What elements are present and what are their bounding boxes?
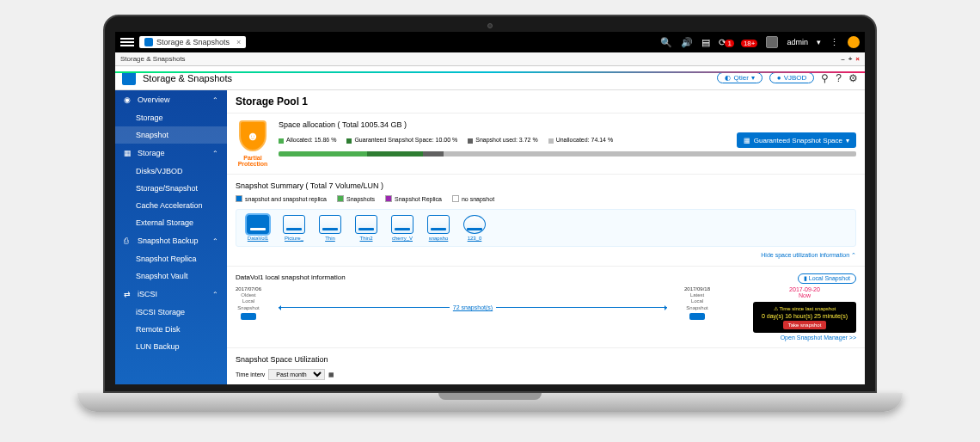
protection-status: ☻ Partial Protection [236, 120, 270, 167]
allocation-segment [279, 151, 367, 157]
sidebar-section-backup[interactable]: ⎙Snapshot Backup⌃ [115, 231, 227, 250]
sidebar-item-snapshot[interactable]: Snapshot [115, 126, 227, 144]
allocation-segment [423, 151, 444, 157]
window-pathbar: Storage & Snapshots – + × [115, 52, 865, 66]
app-tab-label: Storage & Snapshots [156, 38, 230, 46]
allocation-segment [367, 151, 423, 157]
app-titlebar: Storage & Snapshots ◐ Qtier ▾ ● VJBOD ⚲ … [115, 66, 865, 90]
chevron-up-icon: ⌃ [212, 291, 218, 298]
user-avatar-icon[interactable] [766, 36, 778, 48]
sidebar-section-storage[interactable]: ▦Storage⌃ [115, 144, 227, 163]
sidebar-item-disks[interactable]: Disks/VJBOD [115, 163, 227, 180]
volume-item[interactable]: 123_0 [458, 215, 491, 241]
volume-icon [391, 215, 413, 234]
volume-icon[interactable]: 🔊 [681, 37, 693, 48]
sidebar-item-remote-disk[interactable]: Remote Disk [115, 321, 227, 338]
sidebar-item-vault[interactable]: Snapshot Vault [115, 267, 227, 285]
open-snapshot-manager-link[interactable]: Open Snapshot Manager >> [753, 335, 856, 341]
legend-item: Guaranteed Snapshot Space: 10.00 % [346, 137, 457, 143]
summary-title: Snapshot Summary ( Total 7 Volume/LUN ) [236, 181, 856, 190]
volume-icon [247, 215, 269, 234]
sidebar-section-overview[interactable]: ◉Overview⌃ [115, 90, 227, 109]
camera-dot [487, 23, 493, 28]
search-icon[interactable]: 🔍 [660, 37, 672, 48]
interval-label: Time interv [236, 371, 265, 378]
overview-icon: ◉ [124, 95, 132, 104]
volume-item[interactable]: cherry_V [386, 215, 419, 241]
snapshot-timeline: 2017/07/06 Oldest Local Snapshot 72 snap… [236, 286, 856, 341]
sidebar-item-lun-backup[interactable]: LUN Backup [115, 338, 227, 355]
chevron-down-icon[interactable]: ▾ [817, 38, 821, 46]
minimize-button[interactable]: – [841, 55, 844, 63]
allocation-legend: Allocated: 15.86 %Guaranteed Snapshot Sp… [279, 132, 856, 148]
laptop-base [77, 393, 903, 412]
sidebar-item-cache[interactable]: Cache Acceleration [115, 197, 227, 214]
timeline-oldest: 2017/07/06 Oldest Local Snapshot [236, 286, 261, 320]
local-snapshot-badge: ▮ Local Snapshot [798, 273, 856, 284]
close-icon[interactable]: × [236, 38, 241, 46]
guaranteed-space-button[interactable]: ▦ Guaranteed Snapshot Space ▾ [737, 132, 856, 148]
filter-row: snapshot and snapshot replicaSnapshotsSn… [236, 195, 856, 202]
chevron-up-icon: ⌃ [212, 96, 218, 104]
filter-checkbox[interactable]: Snapshots [337, 195, 375, 202]
vjbod-button[interactable]: ● VJBOD [769, 72, 815, 83]
take-snapshot-button[interactable]: Take snapshot [783, 321, 827, 329]
timeline-line: 72 snapshot(s) [279, 307, 667, 316]
volume-row: DataVol1Picture_ThinThin2cherry_Vsnapsho… [236, 209, 856, 247]
chevron-up-icon: ⌃ [212, 237, 218, 245]
sidebar-item-iscsi-storage[interactable]: iSCSI Storage [115, 304, 227, 321]
link-icon[interactable]: ⚲ [821, 72, 829, 84]
help-icon[interactable] [848, 36, 860, 48]
timeline-latest: 2017/09/18 Latest Local Snapshot [684, 286, 710, 320]
sidebar-item-storagesnapshot[interactable]: Storage/Snapshot [115, 180, 227, 197]
dashboard-icon[interactable]: ▤ [701, 37, 710, 48]
volume-item[interactable]: Thin2 [350, 215, 383, 241]
qtier-button[interactable]: ◐ Qtier ▾ [717, 72, 762, 83]
app-icon [122, 71, 136, 85]
sidebar-item-storage[interactable]: Storage [115, 109, 227, 126]
backup-icon: ⎙ [124, 236, 132, 245]
more-icon[interactable]: ⋮ [830, 37, 839, 48]
legend-item: Allocated: 15.86 % [279, 137, 336, 143]
volume-item[interactable]: snapsho [422, 215, 455, 241]
volume-item[interactable]: Picture_ [278, 215, 310, 241]
sidebar-section-iscsi[interactable]: ⇄iSCSI⌃ [115, 285, 227, 304]
sidebar-item-external[interactable]: External Storage [115, 214, 227, 231]
volume-icon [427, 215, 450, 234]
filter-checkbox[interactable]: no snapshot [452, 195, 494, 202]
app-tab[interactable]: Storage & Snapshots × [139, 36, 246, 48]
hide-utilization-link[interactable]: Hide space utilization information ⌃ [236, 252, 856, 259]
utilization-chart: 120GB 96GB [236, 384, 856, 384]
filter-checkbox[interactable]: Snapshot Replica [385, 195, 442, 202]
volume-icon [463, 215, 486, 234]
refresh-icon[interactable]: ⟳1 [719, 37, 733, 48]
shield-icon: ☻ [239, 120, 266, 151]
maximize-button[interactable]: + [848, 55, 853, 63]
inbox-icon[interactable]: 18+ [743, 37, 758, 47]
volume-item[interactable]: Thin [314, 215, 346, 241]
help-icon[interactable]: ? [836, 72, 842, 84]
time-since-tooltip: ⚠ Time since last snapshot 0 day(s) 16 h… [753, 302, 856, 333]
volume-item[interactable]: DataVol1 [242, 215, 274, 241]
sidebar: ◉Overview⌃ Storage Snapshot ▦Storage⌃ Di… [115, 90, 227, 384]
menu-icon[interactable] [120, 38, 134, 46]
breadcrumb: Storage & Snapshots [120, 55, 186, 63]
close-button[interactable]: × [855, 55, 860, 63]
sidebar-item-replica[interactable]: Snapshot Replica [115, 250, 227, 267]
content-area: Storage Pool 1 ☻ Partial Protection Spac… [227, 90, 865, 384]
gear-icon[interactable]: ⚙ [848, 72, 858, 84]
filter-checkbox[interactable]: snapshot and snapshot replica [236, 195, 327, 202]
chevron-up-icon: ⌃ [212, 150, 218, 157]
page-title: Storage Pool 1 [236, 95, 308, 107]
legend-item: Snapshot used: 3.72 % [468, 137, 537, 143]
os-topbar: Storage & Snapshots × 🔍 🔊 ▤ ⟳1 18+ admin… [115, 32, 865, 52]
snapshot-count-link[interactable]: 72 snapshot(s) [450, 304, 496, 310]
storage-icon: ▦ [124, 149, 132, 157]
snapshot-info-title: DataVol1 local snapshot information [236, 273, 856, 281]
interval-select[interactable]: Past month [268, 369, 325, 380]
user-label[interactable]: admin [787, 38, 808, 46]
utilization-title: Snapshot Space Utilization [236, 355, 856, 364]
chart-icon[interactable]: ▦ [328, 371, 334, 378]
allocation-title: Space allocation ( Total 1005.34 GB ) [279, 120, 856, 129]
volume-icon [319, 215, 341, 234]
